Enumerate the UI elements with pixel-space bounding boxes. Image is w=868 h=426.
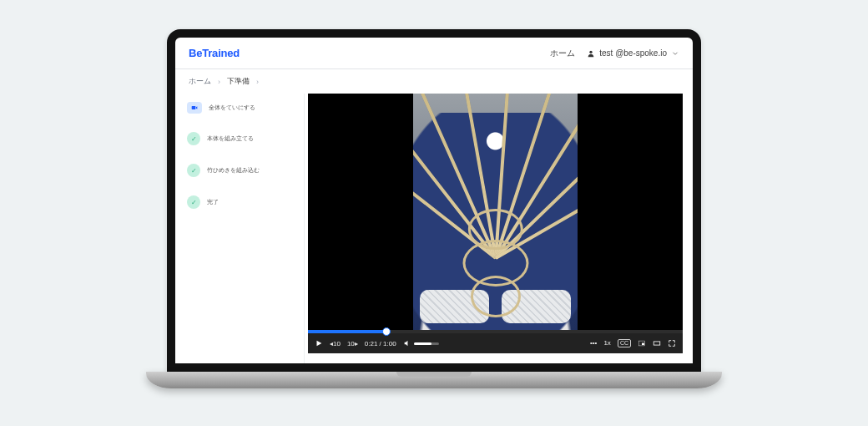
step-item[interactable]: ✓ 本体を組み立てる	[187, 132, 297, 145]
check-icon: ✓	[187, 132, 200, 145]
user-menu[interactable]: test @be-spoke.io	[587, 48, 679, 58]
content-area: 全体をていにする ✓ 本体を組み立てる ✓ 竹ひめきを組み込む ✓ 完了	[175, 94, 693, 363]
laptop-screen: BeTrained ホーム test @be-spoke.io ホーム › 下準…	[167, 29, 701, 372]
laptop-base	[146, 372, 722, 388]
more-menu-button[interactable]: •••	[590, 339, 597, 347]
svg-point-0	[590, 50, 593, 53]
video-icon	[187, 102, 202, 114]
app-header: BeTrained ホーム test @be-spoke.io	[175, 38, 693, 69]
theater-icon	[653, 339, 661, 347]
breadcrumb-separator: ›	[256, 78, 259, 86]
step-item[interactable]: ✓ 完了	[187, 195, 297, 209]
volume-control[interactable]	[403, 339, 439, 347]
step-item[interactable]: ✓ 竹ひめきを組み込む	[187, 164, 297, 177]
breadcrumb-separator: ›	[218, 78, 220, 86]
fullscreen-icon	[668, 339, 676, 347]
volume-slider[interactable]	[414, 342, 439, 345]
nav-home-link[interactable]: ホーム	[550, 48, 575, 59]
play-icon	[315, 339, 323, 347]
rewind-10-button[interactable]: ◂10	[330, 340, 341, 347]
svg-rect-4	[654, 342, 660, 345]
svg-rect-3	[642, 343, 644, 346]
progress-knob[interactable]	[382, 327, 391, 336]
logo[interactable]: BeTrained	[189, 47, 240, 59]
progress-fill	[308, 330, 386, 333]
step-label: 完了	[207, 199, 219, 205]
play-button[interactable]	[315, 339, 323, 347]
time-display: 0:21 / 1:00	[365, 340, 396, 347]
forward-10-button[interactable]: 10▸	[347, 340, 358, 347]
video-controls: ◂10 10▸ 0:21 / 1:00	[308, 333, 683, 353]
pip-button[interactable]	[638, 339, 646, 347]
svg-rect-1	[192, 106, 196, 109]
breadcrumb: ホーム › 下準備 ›	[175, 69, 693, 94]
step-label: 竹ひめきを組み込む	[207, 167, 260, 174]
player-container: ◂10 10▸ 0:21 / 1:00	[305, 94, 693, 363]
header-right: ホーム test @be-spoke.io	[550, 48, 679, 59]
breadcrumb-item[interactable]: ホーム	[189, 76, 211, 87]
progress-bar[interactable]	[308, 330, 683, 333]
step-label: 全体をていにする	[209, 104, 255, 111]
laptop-mockup: BeTrained ホーム test @be-spoke.io ホーム › 下準…	[146, 29, 722, 397]
video-canvas[interactable]	[308, 94, 683, 330]
pip-icon	[638, 339, 646, 347]
check-icon: ✓	[187, 164, 200, 177]
chevron-down-icon	[671, 49, 679, 58]
app-window: BeTrained ホーム test @be-spoke.io ホーム › 下準…	[175, 38, 693, 363]
step-item[interactable]: 全体をていにする	[187, 102, 297, 114]
user-label: test @be-spoke.io	[599, 48, 667, 58]
user-icon	[587, 49, 595, 58]
volume-icon	[403, 339, 411, 347]
playback-rate-button[interactable]: 1x	[603, 339, 610, 347]
video-player: ◂10 10▸ 0:21 / 1:00	[308, 94, 683, 353]
captions-button[interactable]: CC	[618, 339, 631, 347]
step-label: 本体を組み立てる	[207, 135, 254, 142]
fullscreen-button[interactable]	[668, 339, 676, 347]
breadcrumb-item[interactable]: 下準備	[227, 76, 250, 87]
check-icon: ✓	[187, 195, 200, 209]
lesson-steps-sidebar: 全体をていにする ✓ 本体を組み立てる ✓ 竹ひめきを組み込む ✓ 完了	[175, 94, 305, 363]
laptop-notch	[396, 372, 472, 377]
theater-button[interactable]	[653, 339, 661, 347]
video-frame	[413, 94, 578, 330]
